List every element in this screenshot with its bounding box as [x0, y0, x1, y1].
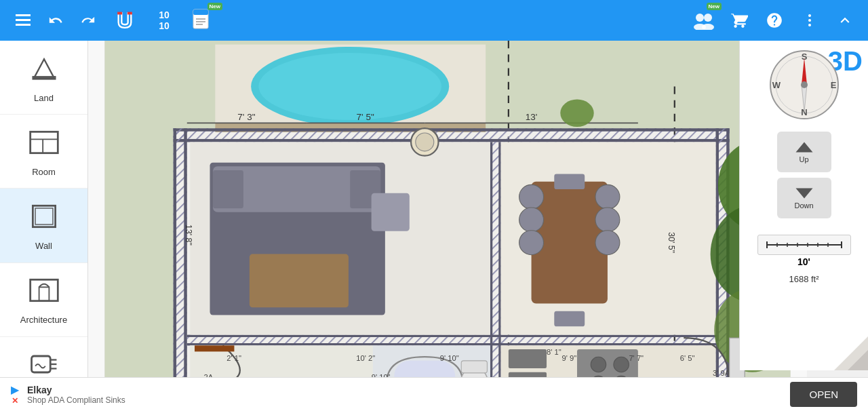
- svg-point-15: [808, 19, 811, 22]
- svg-rect-55: [490, 142, 492, 397]
- sidebar-item-room[interactable]: Room: [0, 115, 87, 189]
- svg-text:7' 7": 7' 7": [629, 354, 644, 362]
- redo-button[interactable]: [73, 5, 103, 35]
- svg-rect-0: [16, 14, 31, 16]
- svg-rect-58: [187, 335, 719, 337]
- svg-rect-3: [117, 12, 122, 15]
- sidebar: Land Room Wall Ar: [0, 41, 88, 411]
- svg-rect-59: [187, 343, 719, 345]
- toolbar: 1010 New New: [0, 0, 868, 41]
- community-new-badge: New: [707, 3, 722, 10]
- svg-rect-26: [31, 356, 50, 372]
- grid-button[interactable]: 1010: [146, 5, 182, 35]
- svg-rect-6: [193, 9, 208, 15]
- svg-point-87: [591, 357, 606, 372]
- page-curl: [834, 336, 868, 370]
- svg-rect-66: [372, 193, 410, 231]
- ad-text-area: Elkay Shop ADA Compliant Sinks: [27, 385, 790, 405]
- canvas-area[interactable]: 7' 3" 7' 5" 13' 30' 5" 13' 8" 2' 1" 10' …: [88, 41, 807, 411]
- svg-rect-23: [35, 208, 53, 224]
- svg-text:7' 3": 7' 3": [237, 112, 255, 122]
- down-button[interactable]: Down: [777, 178, 831, 218]
- land-label: Land: [34, 93, 54, 103]
- ad-company: Elkay: [27, 385, 790, 395]
- magnet-button[interactable]: [106, 5, 144, 35]
- svg-rect-2: [16, 24, 31, 26]
- svg-text:9' 9": 9' 9": [562, 354, 577, 362]
- svg-text:13' 8": 13' 8": [184, 224, 193, 246]
- svg-rect-63: [213, 170, 243, 208]
- svg-text:W: W: [772, 80, 781, 90]
- svg-text:2' 1": 2' 1": [226, 354, 241, 362]
- svg-rect-25: [39, 288, 49, 301]
- svg-point-131: [801, 81, 808, 88]
- ad-tagline: Shop ADA Compliant Sinks: [27, 395, 790, 405]
- svg-point-42: [258, 53, 441, 120]
- svg-rect-45: [174, 128, 730, 131]
- scale-label: 10': [757, 256, 851, 267]
- sidebar-item-wall[interactable]: Wall: [0, 189, 87, 262]
- svg-rect-76: [554, 311, 585, 326]
- svg-rect-4: [127, 12, 132, 15]
- svg-rect-48: [174, 128, 176, 410]
- svg-marker-17: [34, 59, 54, 78]
- ad-x-icon: ✕: [12, 396, 18, 406]
- new-badge: New: [208, 3, 222, 10]
- svg-point-92: [416, 133, 434, 151]
- svg-point-14: [808, 14, 811, 17]
- svg-rect-82: [461, 361, 487, 373]
- room-label: Room: [32, 167, 56, 177]
- new-feature-button[interactable]: New: [184, 5, 220, 35]
- ad-logo-area: ▶ ✕: [11, 383, 19, 406]
- svg-text:8' 1": 8' 1": [547, 348, 561, 356]
- more-button[interactable]: [795, 5, 825, 35]
- sidebar-item-land[interactable]: Land: [0, 41, 87, 115]
- menu-button[interactable]: [8, 5, 38, 35]
- svg-text:9' 10": 9' 10": [440, 354, 459, 362]
- svg-rect-56: [498, 142, 500, 397]
- svg-rect-75: [554, 174, 585, 189]
- svg-point-88: [614, 357, 629, 372]
- svg-text:7' 5": 7' 5": [357, 112, 374, 122]
- svg-text:3' 9A: 3' 9A: [713, 369, 730, 377]
- ad-play-icon: ▶: [11, 383, 19, 396]
- svg-text:E: E: [830, 80, 836, 90]
- ad-banner: ▶ ✕ Elkay Shop ADA Compliant Sinks OPEN: [0, 377, 868, 411]
- svg-rect-65: [250, 254, 349, 308]
- svg-point-16: [808, 24, 811, 26]
- svg-rect-24: [30, 280, 58, 301]
- svg-text:30' 5": 30' 5": [667, 232, 676, 253]
- svg-rect-1: [16, 19, 31, 21]
- svg-point-10: [696, 14, 704, 22]
- cart-button[interactable]: [724, 5, 754, 35]
- room-icon: [28, 126, 60, 161]
- svg-rect-22: [33, 206, 55, 227]
- svg-rect-78: [195, 345, 234, 351]
- undo-button[interactable]: [41, 5, 71, 35]
- community-button[interactable]: New: [689, 5, 719, 35]
- arch-label: Architecture: [20, 315, 67, 325]
- svg-rect-85: [509, 349, 547, 368]
- help-button[interactable]: [760, 5, 789, 35]
- open-button[interactable]: OPEN: [790, 382, 857, 407]
- svg-text:6' 5": 6' 5": [680, 354, 695, 362]
- wall-label: Wall: [35, 241, 52, 251]
- svg-text:10' 2": 10' 2": [356, 354, 375, 362]
- svg-point-74: [595, 231, 620, 255]
- svg-rect-19: [30, 132, 58, 153]
- svg-point-72: [595, 184, 620, 209]
- svg-rect-49: [184, 128, 186, 410]
- svg-point-73: [595, 208, 620, 232]
- collapse-button[interactable]: [830, 5, 860, 35]
- svg-point-71: [519, 231, 544, 255]
- svg-point-70: [519, 208, 544, 232]
- svg-point-121: [560, 100, 593, 127]
- svg-text:13': 13': [526, 112, 538, 122]
- wall-icon: [28, 200, 60, 235]
- area-display: 1688 ft²: [789, 274, 818, 284]
- arch-icon: [28, 274, 60, 309]
- compass: S N E W: [767, 47, 842, 122]
- sidebar-item-architecture[interactable]: Architecture: [0, 263, 87, 337]
- up-button[interactable]: Up: [777, 132, 831, 172]
- svg-rect-46: [174, 139, 730, 142]
